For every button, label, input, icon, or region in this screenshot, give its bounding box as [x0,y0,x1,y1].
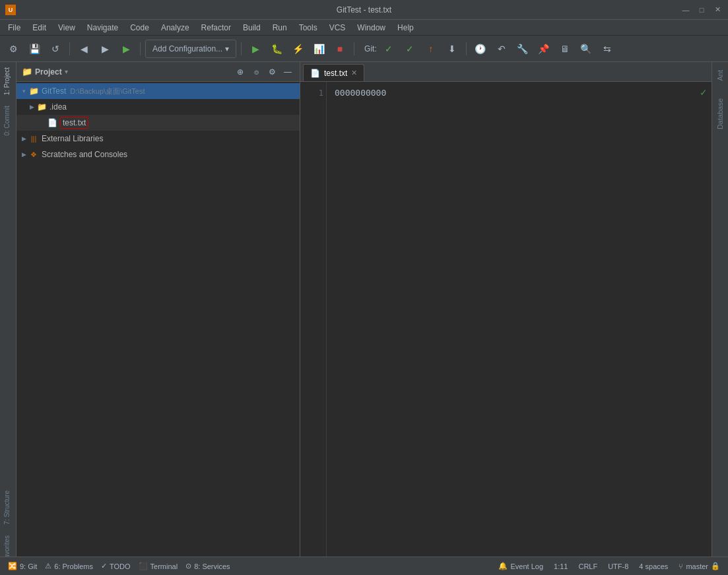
services-item[interactable]: ⊙ 8: Services [183,560,232,572]
menu-run[interactable]: Run [267,22,292,34]
screen-icon[interactable]: 🖥 [556,40,574,58]
content-area: 1: Project 0: Commit 7: Structure 2: Fav… [0,62,728,575]
close-button[interactable]: ✕ [712,5,723,15]
indent-setting[interactable]: 4 spaces [636,561,671,572]
scroll-to-icon[interactable]: ⌾ [249,65,263,79]
menu-file[interactable]: File [3,22,26,34]
settings-icon[interactable]: ⚙ [4,40,22,58]
run-coverage-button[interactable]: ⚡ [288,40,307,58]
test-txt-icon: 📄 [47,118,57,128]
menu-navigate[interactable]: Navigate [82,22,123,34]
menu-window[interactable]: Window [352,22,391,34]
todo-icon: ✓ [101,562,107,570]
project-panel: 📁 Project ▾ ⊕ ⌾ ⚙ — ▾ 📁 GitTest D:\Bac [17,62,300,575]
event-log-item[interactable]: 🔔 Event Log [496,560,546,572]
code-line-1: 0000000000 [335,87,690,99]
maximize-button[interactable]: □ [696,5,707,15]
terminal-label: Terminal [150,562,178,570]
cursor-position[interactable]: 1:11 [551,561,570,572]
git-update-button[interactable]: ✓ [380,40,398,58]
menu-refactor[interactable]: Refactor [196,22,236,34]
menu-build[interactable]: Build [238,22,266,34]
project-tab[interactable]: 1: Project [0,62,16,100]
minimize-button[interactable]: — [680,5,691,15]
git-branch[interactable]: ⑂ master 🔒 [676,560,723,572]
menu-edit[interactable]: Edit [27,22,51,34]
editor-tab-test-txt[interactable]: 📄 test.txt ✕ [303,64,364,81]
debug-button[interactable]: 🐛 [267,40,286,58]
force-stop-button[interactable]: ■ [331,40,349,58]
project-panel-header-left: 📁 Project ▾ [22,67,68,77]
editor-area: 📄 test.txt ✕ 1 0000000000 ✓ [300,62,711,575]
toolbar-separator-5 [466,42,467,55]
project-panel-header: 📁 Project ▾ ⊕ ⌾ ⚙ — [17,62,300,82]
forward-icon[interactable]: ▶ [96,40,114,58]
project-panel-header-right: ⊕ ⌾ ⚙ — [234,65,294,79]
code-area[interactable]: 0000000000 [327,82,698,575]
toolbar-separator-4 [354,42,354,55]
menu-code[interactable]: Code [125,22,154,34]
todo-item[interactable]: ✓ TODO [98,560,133,572]
commit-tab[interactable]: 0: Commit [0,100,16,141]
git-status-item[interactable]: 🔀 9: Git [5,560,40,572]
ext-lib-arrow: ▶ [19,134,28,143]
terminal-item[interactable]: ⬛ Terminal [136,560,181,572]
root-folder-icon: 📁 [28,86,39,96]
back-icon[interactable]: ◀ [75,40,93,58]
line-ending[interactable]: CRLF [576,561,600,572]
project-dropdown-icon[interactable]: ▾ [65,68,68,75]
ant-tab[interactable]: Ant [716,65,724,86]
menu-view[interactable]: View [53,22,81,34]
tab-file-icon: 📄 [310,69,320,78]
menu-help[interactable]: Help [392,22,419,34]
app-icon: U [5,5,16,15]
menu-tools[interactable]: Tools [294,22,323,34]
status-bar: 🔀 9: Git ⚠ 6: Problems ✓ TODO ⬛ Terminal… [0,557,728,575]
hide-panel-icon[interactable]: — [281,65,294,79]
database-tab[interactable]: Database [716,93,724,135]
git-fetch-button[interactable]: ⬇ [443,40,461,58]
right-sidebar: Ant Database [711,62,728,575]
project-panel-title: Project [35,67,62,77]
scope-icon[interactable]: ⊕ [234,65,247,79]
rollback-icon[interactable]: ↶ [492,40,511,58]
todo-label: TODO [110,562,131,570]
problems-icon: ⚠ [45,562,51,570]
run-recent-icon[interactable]: ▶ [117,40,135,58]
history-icon[interactable]: 🕐 [471,40,490,58]
search-icon[interactable]: 🔍 [577,40,595,58]
gear-icon[interactable]: ⚙ [265,65,279,79]
add-configuration-button[interactable]: Add Configuration... ▾ [145,40,236,58]
wrench-icon[interactable]: 🔧 [513,40,532,58]
tab-label: test.txt [324,69,347,78]
tree-external-libraries[interactable]: ▶ ||| External Libraries [17,131,300,147]
bookmarks-icon[interactable]: 📌 [535,40,553,58]
git-push-button[interactable]: ↑ [422,40,440,58]
tab-close-icon[interactable]: ✕ [351,69,357,77]
sync-icon[interactable]: ↺ [46,40,65,58]
tree-scratches-consoles[interactable]: ▶ ❖ Scratches and Consoles [17,147,300,162]
tree-test-txt[interactable]: ▶ 📄 test.txt [17,115,300,131]
git-commit-button[interactable]: ✓ [401,40,419,58]
branch-label: master [686,562,708,570]
dropdown-icon: ▾ [225,44,229,53]
event-log-icon: 🔔 [498,562,508,570]
menu-vcs[interactable]: VCS [324,22,351,34]
tree-root-gitTest[interactable]: ▾ 📁 GitTest D:\Backup\桌面\GitTest [17,83,300,99]
root-path: D:\Backup\桌面\GitTest [70,86,145,96]
encoding[interactable]: UTF-8 [605,561,631,572]
problems-item[interactable]: ⚠ 6: Problems [42,560,96,572]
run-button[interactable]: ▶ [246,40,265,58]
root-label: GitTest [42,86,66,96]
branch-icon: ⑂ [678,562,683,570]
services-icon: ⊙ [185,562,191,570]
translate-icon[interactable]: ⇆ [598,40,616,58]
save-icon[interactable]: 💾 [25,40,44,58]
left-vertical-tabs: 1: Project 0: Commit 7: Structure 2: Fav… [0,62,17,575]
profile-button[interactable]: 📊 [310,40,328,58]
menu-analyze[interactable]: Analyze [156,22,195,34]
scratches-icon: ❖ [28,149,39,160]
editor-content: 1 0000000000 ✓ [300,82,711,575]
tree-idea-folder[interactable]: ▶ 📁 .idea [17,99,300,115]
structure-tab[interactable]: 7: Structure [0,485,16,530]
